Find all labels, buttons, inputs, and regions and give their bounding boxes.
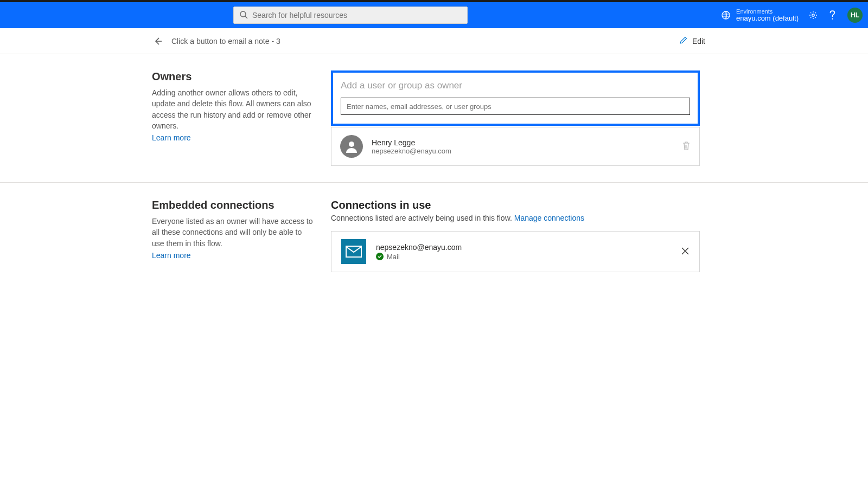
search-input[interactable] <box>252 11 462 20</box>
mail-icon <box>341 239 366 264</box>
owners-description: Adding another owner allows others to ed… <box>152 87 315 131</box>
environment-icon <box>721 10 731 20</box>
settings-icon[interactable] <box>808 10 818 20</box>
connections-section: Embedded connections Everyone listed as … <box>0 183 868 288</box>
global-search[interactable] <box>233 7 468 24</box>
search-icon <box>239 10 248 21</box>
svg-point-0 <box>240 11 246 17</box>
owners-title: Owners <box>152 70 315 83</box>
owner-email: nepsezekno@enayu.com <box>372 147 673 155</box>
edit-button[interactable]: Edit <box>679 36 705 46</box>
pencil-icon <box>679 36 688 46</box>
owner-name: Henry Legge <box>372 138 673 147</box>
app-header: Environments enayu.com (default) HL <box>0 2 868 28</box>
svg-point-5 <box>349 142 354 147</box>
connection-item: nepsezekno@enayu.com Mail <box>331 231 700 272</box>
owners-section: Owners Adding another owner allows other… <box>0 54 868 183</box>
connection-email: nepsezekno@enayu.com <box>376 243 671 252</box>
connections-in-use-title: Connections in use <box>331 199 700 211</box>
remove-connection-button[interactable] <box>681 247 690 257</box>
owners-learn-more-link[interactable]: Learn more <box>152 133 191 142</box>
add-owner-title: Add a user or group as owner <box>341 80 690 91</box>
embedded-connections-description: Everyone listed as an owner will have ac… <box>152 216 315 249</box>
page-title: Click a button to email a note - 3 <box>171 37 280 46</box>
svg-point-3 <box>812 14 814 16</box>
user-avatar[interactable]: HL <box>847 8 863 23</box>
connections-learn-more-link[interactable]: Learn more <box>152 251 191 260</box>
connections-subtitle: Connections listed are actively being us… <box>331 214 700 222</box>
person-icon <box>340 135 363 158</box>
svg-line-1 <box>245 16 247 18</box>
command-bar: Click a button to email a note - 3 Edit <box>0 28 868 54</box>
environment-picker[interactable]: Environments enayu.com (default) <box>721 8 799 22</box>
edit-label: Edit <box>692 37 705 46</box>
help-icon[interactable] <box>828 10 838 20</box>
add-owner-input[interactable] <box>341 98 690 115</box>
status-ok-icon <box>376 253 384 260</box>
owner-list-item: Henry Legge nepsezekno@enayu.com <box>331 127 700 166</box>
delete-owner-button[interactable] <box>682 141 691 152</box>
svg-point-2 <box>722 11 730 19</box>
embedded-connections-title: Embedded connections <box>152 199 315 211</box>
manage-connections-link[interactable]: Manage connections <box>514 214 584 222</box>
back-button[interactable] <box>152 35 164 47</box>
svg-point-4 <box>832 18 833 20</box>
environment-name: enayu.com (default) <box>736 15 799 22</box>
add-owner-panel: Add a user or group as owner <box>331 70 700 126</box>
connection-service: Mail <box>387 253 400 261</box>
